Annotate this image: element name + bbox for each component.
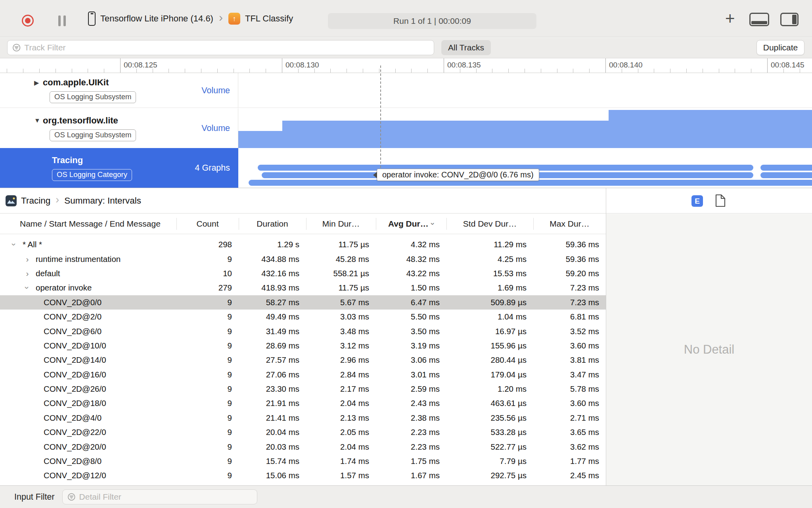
add-instrument-button[interactable]: + <box>725 10 735 27</box>
track-row-tensorflow[interactable]: ▼ org.tensorflow.lite OS Logging Subsyst… <box>0 108 812 148</box>
table-row[interactable]: CONV_2D@2/0949.49 ms3.03 ms5.50 ms1.04 m… <box>0 310 606 324</box>
table-row[interactable]: ›default10432.16 ms558.21 µs43.22 ms15.5… <box>0 266 606 281</box>
iphone-icon <box>88 12 96 26</box>
disclosure-expanded-icon[interactable]: › <box>10 240 19 249</box>
all-tracks-button[interactable]: All Tracks <box>441 40 491 55</box>
ruler-tick <box>735 69 735 73</box>
ruler-tick <box>104 69 104 73</box>
disclosure-collapsed-icon[interactable]: › <box>23 254 32 264</box>
breadcrumb-root[interactable]: Tracing <box>21 196 50 206</box>
row-name: CONV_2D@10/0 <box>44 341 106 350</box>
detail-filter-input[interactable] <box>79 492 252 502</box>
pause-button[interactable] <box>58 15 67 26</box>
row-std: 509.89 µs <box>446 298 533 307</box>
table-row[interactable]: ›* All *2981.29 s11.75 µs4.32 ms11.29 ms… <box>0 237 606 252</box>
row-name: CONV_2D@6/0 <box>44 327 102 336</box>
target-selector[interactable]: Tensorflow Lite iPhone (14.6) › ↑ TFL Cl… <box>88 0 293 37</box>
document-button[interactable] <box>715 194 726 208</box>
column-header-stddev[interactable]: Std Dev Dur… <box>446 214 533 234</box>
column-header-avg-sorted[interactable]: Avg Dur…› <box>376 214 446 234</box>
row-name: CONV_2D@18/0 <box>44 398 106 408</box>
row-std: 11.29 ms <box>446 240 533 249</box>
bottom-bar: Input Filter <box>0 485 812 508</box>
input-filter-label[interactable]: Input Filter <box>14 492 55 502</box>
detail-filter-field[interactable] <box>62 489 257 504</box>
volume-area-chart[interactable] <box>238 108 812 148</box>
interval-bar[interactable] <box>760 165 812 171</box>
disclosure-collapsed-icon[interactable]: ▶ <box>34 79 43 87</box>
table-row[interactable]: CONV_2D@16/0927.06 ms2.84 ms3.01 ms179.0… <box>0 368 606 382</box>
row-name-cell: ›default <box>0 269 176 278</box>
table-row[interactable]: CONV_2D@10/0928.69 ms3.12 ms3.19 ms155.9… <box>0 339 606 353</box>
interval-graph[interactable] <box>238 148 812 188</box>
column-header-min[interactable]: Min Dur… <box>306 214 376 234</box>
row-avg: 43.22 ms <box>376 269 446 278</box>
table-row[interactable]: CONV_2D@18/0921.91 ms2.04 ms2.43 ms463.6… <box>0 396 606 410</box>
row-name: CONV_2D@0/0 <box>44 298 102 307</box>
playhead-line[interactable] <box>380 65 381 172</box>
column-header-count[interactable]: Count <box>176 214 239 234</box>
ruler-tick <box>541 69 541 73</box>
table-row[interactable]: CONV_2D@12/0915.06 ms1.57 ms1.67 ms292.7… <box>0 468 606 483</box>
track-label[interactable]: ▶ com.apple.UIKit OS Logging Subsystem V… <box>0 73 238 108</box>
table-row[interactable]: CONV_2D@4/0921.41 ms2.13 ms2.38 ms235.56… <box>0 411 606 425</box>
toolbar: Tensorflow Lite iPhone (14.6) › ↑ TFL Cl… <box>0 0 812 37</box>
disclosure-expanded-icon[interactable]: ▼ <box>34 117 43 124</box>
toggle-bottom-pane-button[interactable] <box>749 13 769 26</box>
track-label[interactable]: ▼ org.tensorflow.lite OS Logging Subsyst… <box>0 108 238 148</box>
table-row[interactable]: CONV_2D@0/0958.27 ms5.67 ms6.47 ms509.89… <box>0 295 606 310</box>
table-row[interactable]: ›runtime instrumentation9434.88 ms45.28 … <box>0 252 606 266</box>
pane-divider[interactable] <box>606 188 606 485</box>
track-name: org.tensorflow.lite <box>43 115 118 126</box>
ruler-tick <box>56 69 56 73</box>
toggle-right-pane-button[interactable] <box>780 13 799 26</box>
table-row[interactable]: ›operator invoke279418.93 ms11.75 µs1.50… <box>0 281 606 295</box>
row-name-cell: CONV_2D@4/0 <box>0 413 176 423</box>
disclosure-expanded-icon[interactable]: › <box>23 283 32 292</box>
table-row[interactable]: CONV_2D@14/0927.57 ms2.96 ms3.06 ms280.4… <box>0 353 606 367</box>
record-button[interactable] <box>22 15 34 27</box>
row-max: 3.62 ms <box>533 442 606 452</box>
row-max: 7.23 ms <box>533 283 606 292</box>
row-count: 9 <box>176 341 239 350</box>
interval-bar[interactable] <box>760 172 812 178</box>
breadcrumb-leaf[interactable]: Summary: Intervals <box>64 196 141 206</box>
row-name-cell: CONV_2D@14/0 <box>0 355 176 365</box>
row-duration: 434.88 ms <box>239 254 306 264</box>
row-avg: 2.38 ms <box>376 413 446 423</box>
track-filter-field[interactable] <box>7 40 434 55</box>
row-max: 59.20 ms <box>533 269 606 278</box>
ruler-tick <box>379 69 379 73</box>
row-avg: 3.01 ms <box>376 370 446 379</box>
disclosure-collapsed-icon[interactable]: › <box>23 269 32 278</box>
track-label-selected[interactable]: Tracing OS Logging Category 4 Graphs <box>0 148 238 188</box>
track-filter-input[interactable] <box>24 43 429 52</box>
table-row[interactable]: CONV_2D@20/0920.03 ms2.04 ms2.23 ms522.7… <box>0 439 606 454</box>
column-header-max[interactable]: Max Dur… <box>533 214 606 234</box>
column-header-name[interactable]: Name / Start Message / End Message <box>0 214 176 234</box>
row-max: 3.65 ms <box>533 427 606 437</box>
row-std: 155.96 µs <box>446 341 533 350</box>
track-badge: OS Logging Subsystem <box>50 91 136 103</box>
track-plot[interactable] <box>238 73 812 108</box>
extended-detail-button[interactable]: E <box>691 195 703 207</box>
table-row[interactable]: CONV_2D@26/0923.30 ms2.17 ms2.59 ms1.20 … <box>0 382 606 396</box>
table-row[interactable]: CONV_2D@6/0931.49 ms3.48 ms3.50 ms16.97 … <box>0 324 606 338</box>
row-avg: 3.06 ms <box>376 355 446 365</box>
row-duration: 58.27 ms <box>239 298 306 307</box>
row-name-cell: ›* All * <box>0 240 176 249</box>
row-std: 1.04 ms <box>446 312 533 321</box>
table-row[interactable]: CONV_2D@8/0915.74 ms1.74 ms1.75 ms7.79 µ… <box>0 454 606 468</box>
track-row-uikit[interactable]: ▶ com.apple.UIKit OS Logging Subsystem V… <box>0 73 812 108</box>
row-avg: 1.67 ms <box>376 471 446 480</box>
row-name: CONV_2D@12/0 <box>44 471 106 480</box>
track-row-tracing[interactable]: Tracing OS Logging Category 4 Graphs <box>0 148 812 188</box>
time-ruler[interactable]: 00:08.12500:08.13000:08.13500:08.14000:0… <box>0 58 812 73</box>
table-row[interactable]: CONV_2D@22/0920.04 ms2.05 ms2.23 ms533.2… <box>0 425 606 439</box>
row-name-cell: ›operator invoke <box>0 283 176 292</box>
ruler-tick <box>508 69 509 73</box>
filter-icon <box>12 43 21 52</box>
column-header-duration[interactable]: Duration <box>239 214 306 234</box>
table-header: Name / Start Message / End Message Count… <box>0 214 606 234</box>
duplicate-button[interactable]: Duplicate <box>756 40 804 55</box>
